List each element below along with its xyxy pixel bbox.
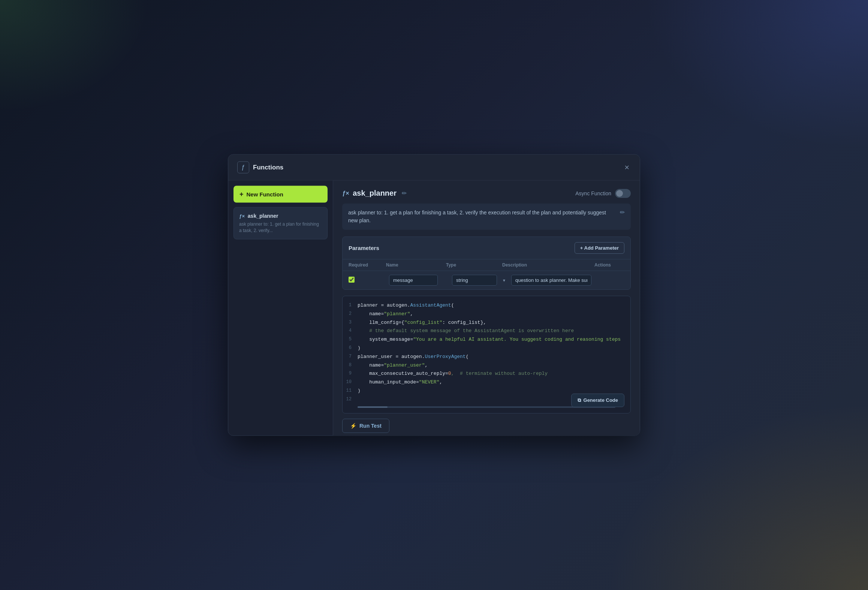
run-test-icon: ⚡ (350, 422, 356, 428)
code-token: # the default system message of the Assi… (358, 328, 574, 334)
code-token: , (410, 311, 413, 316)
code-token: name= (358, 311, 384, 316)
line-number: 2 (343, 310, 358, 317)
code-token: ( (466, 353, 469, 359)
functions-icon: ƒ (242, 164, 245, 171)
col-actions: Actions (594, 262, 624, 268)
line-number: 6 (343, 344, 358, 351)
plus-icon: + (239, 190, 244, 198)
line-number: 9 (343, 370, 358, 377)
code-line: 7planner_user = autogen.UserProxyAgent( (343, 352, 630, 361)
param-type-select[interactable]: string number boolean array object (452, 275, 497, 286)
generate-code-icon: ⧉ (578, 397, 581, 403)
line-content: planner = autogen.AssistantAgent( (358, 302, 454, 310)
line-content: max_consecutive_auto_reply=0, # terminat… (358, 370, 548, 378)
bg-glow-left (0, 0, 150, 112)
code-token: ) (358, 388, 361, 393)
function-item-header: ƒ× ask_planner (239, 213, 322, 219)
param-required-cell (349, 276, 386, 284)
modal-body: + New Function ƒ× ask_planner ask planne… (228, 181, 640, 436)
code-line: 9 max_consecutive_auto_reply=0, # termin… (343, 370, 630, 378)
code-token: planner_user = autogen. (358, 353, 425, 359)
code-token: , # terminate without auto-reply (451, 371, 548, 376)
param-name-cell (389, 275, 449, 286)
add-parameter-button[interactable]: + Add Parameter (575, 242, 624, 254)
description-row: ask planner to: 1. get a plan for finish… (342, 204, 631, 230)
line-number: 12 (343, 395, 358, 403)
line-content: llm_config={"config_list": config_list}, (358, 319, 486, 326)
code-token: max_consecutive_auto_reply= (358, 371, 448, 376)
line-number: 11 (343, 387, 358, 394)
col-description: Description (502, 262, 594, 268)
function-item-ask-planner[interactable]: ƒ× ask_planner ask planner to: 1. get a … (233, 207, 328, 240)
parameters-table-header: Required Name Type Description Actions (343, 259, 630, 271)
line-content: name="planner_user", (358, 361, 428, 369)
code-token: planner = autogen. (358, 302, 410, 308)
generate-code-button[interactable]: ⧉ Generate Code (571, 393, 624, 407)
code-token: "config_list" (404, 319, 442, 325)
code-token: system_message= (358, 337, 413, 342)
code-token: 0 (448, 371, 451, 376)
line-number: 10 (343, 379, 358, 386)
function-item-desc: ask planner to: 1. get a plan for finish… (239, 221, 322, 234)
code-token: human_input_mode= (358, 379, 419, 385)
code-line: 6) (343, 344, 630, 352)
param-required-checkbox[interactable] (349, 276, 355, 282)
line-content: system_message="You are a helpful AI ass… (358, 336, 621, 344)
code-lines-container: 1planner = autogen.AssistantAgent(2 name… (343, 301, 630, 403)
code-token: ( (451, 302, 454, 308)
function-title-left: ƒ× ask_planner ✏ (342, 188, 408, 198)
generate-code-label: Generate Code (584, 397, 618, 403)
close-button[interactable]: × (623, 162, 631, 173)
code-token: , (425, 362, 428, 368)
run-test-button[interactable]: ⚡ Run Test (342, 418, 389, 433)
bg-glow-right-bottom (606, 403, 868, 590)
function-item-name: ask_planner (248, 213, 278, 219)
code-line: 2 name="planner", (343, 310, 630, 318)
modal-header-left: ƒ Functions (237, 162, 283, 174)
content-area: ƒ× ask_planner ✏ Async Function ask plan… (333, 181, 640, 436)
fx-icon-large: ƒ× (342, 190, 349, 196)
code-line: 8 name="planner_user", (343, 361, 630, 370)
bg-glow-right-top (643, 0, 868, 150)
code-token: , (439, 379, 442, 385)
line-content: planner_user = autogen.UserProxyAgent( (358, 353, 468, 361)
code-token: "You are a helpful AI assistant. You sug… (413, 337, 621, 342)
code-token: AssistantAgent (410, 302, 451, 308)
line-content: human_input_mode="NEVER", (358, 379, 442, 386)
async-toggle[interactable] (615, 189, 631, 198)
functions-modal: ƒ Functions × + New Function ƒ× ask_plan… (228, 154, 640, 436)
function-title-row: ƒ× ask_planner ✏ Async Function (342, 188, 631, 198)
toggle-knob (616, 190, 623, 196)
parameters-title: Parameters (349, 245, 379, 251)
parameter-row-0: string number boolean array object (343, 271, 630, 289)
code-line: 1planner = autogen.AssistantAgent( (343, 301, 630, 310)
line-content: name="planner", (358, 310, 413, 318)
param-name-input[interactable] (389, 275, 438, 286)
edit-function-name-button[interactable]: ✏ (400, 188, 408, 198)
line-number: 8 (343, 361, 358, 368)
modal-title: Functions (253, 164, 283, 171)
col-name: Name (386, 262, 446, 268)
functions-icon-box: ƒ (237, 162, 249, 174)
code-line: 5 system_message="You are a helpful AI a… (343, 335, 630, 344)
code-token: name= (358, 362, 384, 368)
line-content: ) (358, 344, 361, 352)
code-line: 3 llm_config={"config_list": config_list… (343, 318, 630, 327)
code-token: "planner" (384, 311, 410, 316)
functions-sidebar: + New Function ƒ× ask_planner ask planne… (228, 181, 333, 436)
run-test-label: Run Test (359, 422, 382, 428)
line-number: 7 (343, 353, 358, 360)
param-desc-input[interactable] (511, 275, 591, 286)
code-scrollbar-thumb (358, 406, 388, 407)
param-desc-cell (511, 275, 591, 286)
line-content: # the default system message of the Assi… (358, 327, 574, 335)
col-required: Required (349, 262, 386, 268)
edit-description-button[interactable]: ✏ (620, 209, 625, 216)
new-function-button[interactable]: + New Function (233, 186, 328, 203)
code-token: : config_list}, (442, 319, 486, 325)
async-label: Async Function (575, 190, 611, 196)
code-line: 4 # the default system message of the As… (343, 327, 630, 335)
fx-icon-small: ƒ× (239, 213, 245, 219)
code-line: 10 human_input_mode="NEVER", (343, 378, 630, 387)
